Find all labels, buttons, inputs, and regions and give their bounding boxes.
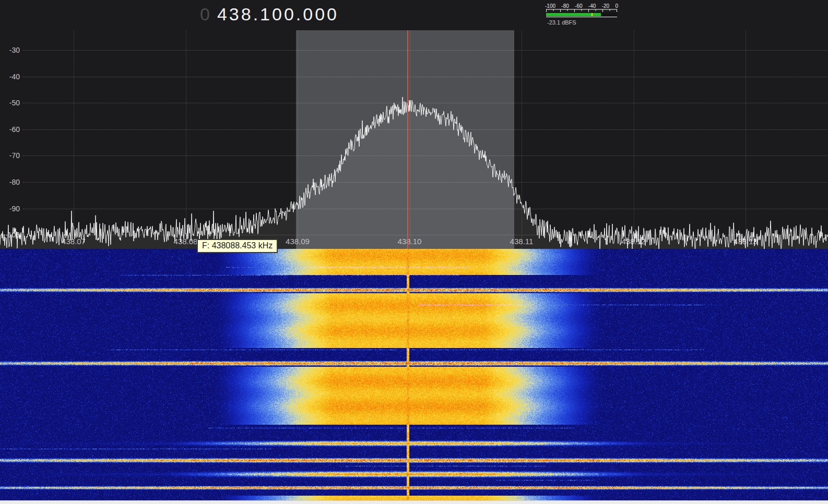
frequency-value[interactable]: 438.100.000 — [217, 4, 339, 24]
meter-bar — [546, 13, 617, 17]
sdr-app: 0438.100.000 -100-80-60-40-200 -23.1 dBF… — [0, 0, 828, 504]
meter-scale-label: -40 — [588, 3, 596, 9]
meter-level-fill — [546, 13, 601, 16]
frequency-leading-zero[interactable]: 0 — [200, 4, 212, 24]
meter-scale-label: 0 — [615, 3, 618, 9]
frequency-display[interactable]: 0438.100.000 — [200, 4, 339, 25]
frequency-tooltip: F: 438088.453 kHz — [197, 239, 278, 253]
meter-scale-label: -20 — [602, 3, 609, 9]
tuning-center-line[interactable] — [407, 30, 408, 249]
signal-level-meter: -100-80-60-40-200 -23.1 dBFS — [543, 3, 621, 26]
meter-tick-ruler — [546, 9, 617, 13]
waterfall-canvas[interactable] — [0, 249, 828, 500]
meter-scale-label: -60 — [575, 3, 582, 9]
meter-scale-label: -100 — [545, 3, 555, 9]
fft-trace-canvas[interactable] — [0, 30, 828, 249]
meter-scale-label: -80 — [561, 3, 569, 9]
meter-baseline — [546, 17, 617, 17]
meter-peak-marker — [592, 13, 593, 16]
bottom-scrollbar[interactable] — [0, 500, 828, 504]
spectrum-plot[interactable]: -30-40-50-60-70-80-90-100 438.07438.0843… — [0, 30, 828, 249]
header: 0438.100.000 -100-80-60-40-200 -23.1 dBF… — [0, 0, 828, 30]
meter-scale: -100-80-60-40-200 — [545, 3, 618, 9]
meter-readout: -23.1 dBFS — [547, 19, 621, 26]
